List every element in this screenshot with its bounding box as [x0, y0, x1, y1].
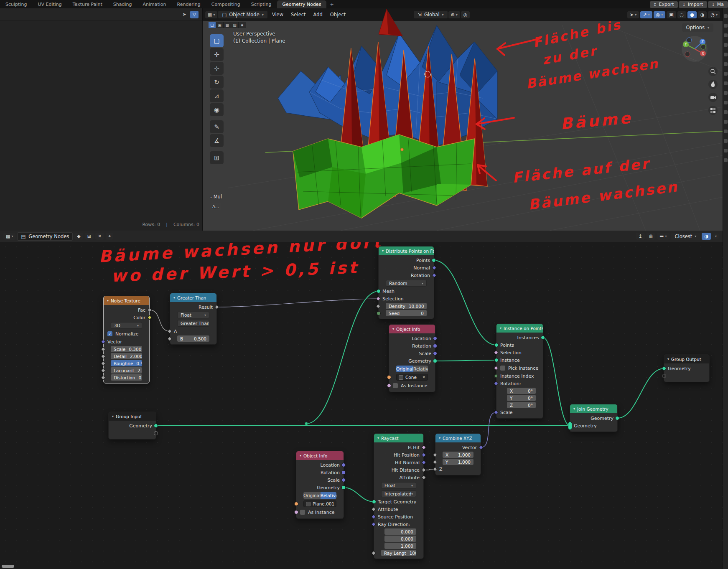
checkbox-asinstance[interactable] [300, 510, 305, 515]
green-plane-object[interactable] [293, 135, 475, 218]
workspace-tab-sculpting[interactable]: Sculpting [0, 0, 32, 8]
new-copy-icon[interactable]: ⊞ [85, 233, 94, 240]
socket-scale-out[interactable] [341, 478, 346, 482]
node-header[interactable]: ▾Instance on Points [496, 324, 543, 333]
fake-user-shield-icon[interactable]: ◆ [74, 233, 83, 240]
orientation-dropdown[interactable]: ⇲ Global ▾ [414, 11, 447, 18]
horizontal-scrollbar[interactable] [2, 565, 14, 568]
select-box-mode-icon[interactable]: ▣ [216, 22, 224, 28]
properties-tab-icon[interactable] [724, 81, 728, 85]
cursor-icon[interactable]: ➤ [180, 11, 188, 18]
annotate-tool[interactable]: ✎ [210, 120, 224, 133]
parent-tree-icon[interactable]: ↥ [636, 233, 645, 240]
filter-funnel-icon[interactable]: ▽ [190, 11, 199, 18]
socket-asinstance-in[interactable] [294, 510, 298, 514]
add-cube-tool[interactable]: ⊞ [210, 151, 224, 164]
value-slider-detail[interactable]: Detail2.000 [111, 353, 142, 359]
checkbox-asinstance[interactable] [393, 383, 398, 388]
clear-object-icon[interactable]: ✕ [422, 375, 425, 379]
node-header[interactable]: ▾Raycast [374, 434, 423, 442]
toggle-option-relative[interactable]: Relative [321, 492, 336, 499]
overlays-toggle[interactable]: ◎▾ [654, 11, 666, 18]
collapse-chevron-icon[interactable]: ▾ [112, 414, 114, 418]
value-slider-rz[interactable]: Z0° [507, 402, 536, 408]
node-join[interactable]: ▾Join GeometryGeometryGeometry [570, 404, 618, 432]
socket-geo-in-in[interactable] [568, 422, 572, 430]
properties-tab-icon[interactable] [724, 130, 728, 133]
reroute-dot[interactable] [305, 422, 308, 425]
collapse-chevron-icon[interactable]: ▾ [392, 327, 394, 331]
socket-object-in[interactable] [387, 375, 391, 379]
properties-tab-icon[interactable] [724, 14, 728, 18]
measure-tool[interactable]: ∡ [210, 134, 224, 147]
cursor-tool[interactable]: ✛ [210, 48, 224, 61]
node-editor-type-button[interactable]: ▩▾ [3, 233, 15, 240]
socket-mesh-in[interactable] [377, 289, 381, 293]
dropdown-dim[interactable]: 3D▾ [111, 322, 142, 329]
select-box-tool[interactable]: ▢ [210, 34, 224, 47]
properties-tab-icon[interactable] [724, 91, 728, 95]
socket-virtual-in[interactable] [662, 374, 666, 378]
socket-geometry-out[interactable] [154, 424, 158, 428]
node-objinfo1[interactable]: ▾Object InfoLocationRotationScaleGeometr… [389, 324, 435, 392]
shading-material-button[interactable]: ◑ [698, 11, 707, 18]
collapse-chevron-icon[interactable]: ▾ [300, 454, 301, 457]
node-header[interactable]: ▾Combine XYZ [435, 434, 481, 442]
properties-tab-icon[interactable] [724, 101, 728, 104]
value-slider-density[interactable]: Density10.000 [386, 303, 427, 309]
import-button[interactable]: ↧Import [679, 1, 707, 8]
node-header[interactable]: ▾Object Info [389, 325, 435, 333]
collapse-chevron-icon[interactable]: ▾ [173, 296, 175, 300]
value-slider-rx[interactable]: X0° [507, 388, 536, 394]
workspace-tab-compositing[interactable]: Compositing [206, 0, 246, 8]
socket-instance-in[interactable] [494, 358, 499, 362]
shading-wireframe-button[interactable]: ◌ [677, 11, 687, 18]
toggle-option-original[interactable]: Original [396, 366, 413, 372]
value-slider-scale[interactable]: Scale0.300 [111, 346, 142, 352]
node-header[interactable]: ▾Group Input [109, 412, 156, 421]
properties-tab-icon[interactable] [724, 43, 728, 47]
value-slider-ry[interactable]: Y0° [507, 395, 536, 401]
xray-toggle[interactable]: ▣ [667, 11, 676, 18]
socket-instances-out[interactable] [541, 335, 545, 340]
dropdown-datatype[interactable]: Float▾ [381, 482, 416, 489]
socket-points-out[interactable] [432, 258, 436, 262]
operator-panel[interactable]: ▾ Mul A... [210, 194, 222, 210]
camera-view-icon[interactable] [708, 93, 718, 102]
add-workspace-button[interactable]: + [326, 0, 337, 8]
properties-tab-icon[interactable] [724, 110, 728, 114]
collapse-chevron-icon[interactable]: ▾ [573, 407, 575, 411]
transform-tool[interactable]: ◉ [210, 103, 224, 116]
socket-rotation-out[interactable] [341, 470, 346, 475]
properties-tab-icon[interactable] [724, 24, 728, 28]
gizmo-neg-y-axis[interactable] [701, 44, 706, 49]
unlink-x-icon[interactable]: ✕ [95, 233, 104, 240]
show-gizmo-dropdown[interactable]: ➤▾ [627, 11, 639, 18]
properties-tab-icon[interactable] [724, 139, 728, 143]
menu-object[interactable]: Object [326, 11, 349, 18]
toggle-option-relative[interactable]: Relative [413, 366, 428, 372]
navigation-gizmo[interactable]: Z Y X [681, 35, 708, 63]
object-field-object[interactable]: Plane.001✕ [303, 500, 336, 507]
proportional-edit-button[interactable]: ◎ [461, 11, 470, 18]
socket-location-out[interactable] [433, 336, 437, 340]
checkbox-pick[interactable] [500, 366, 505, 371]
node-groupout[interactable]: ▾Group OutputGeometry [664, 354, 710, 382]
properties-tab-icon[interactable] [724, 149, 728, 152]
properties-tab-icon[interactable] [724, 53, 728, 56]
value-slider-dx[interactable]: 0.000 [384, 528, 416, 535]
value-slider-dy[interactable]: 0.000 [384, 536, 416, 542]
node-objinfo2[interactable]: ▾Object InfoLocationRotationScaleGeometr… [296, 451, 344, 519]
3d-viewport[interactable]: ▦▾ ▢ Object Mode ▾ ViewSelectAddObject ⇲… [203, 8, 723, 231]
socket-geo-out-out[interactable] [615, 416, 619, 420]
menu-view[interactable]: View [268, 11, 287, 18]
toggle-option-original[interactable]: Original [303, 492, 321, 499]
dropdown-op[interactable]: Greater Than▾ [177, 320, 209, 327]
properties-tab-icon[interactable] [724, 158, 728, 162]
properties-tab-icon[interactable] [724, 72, 728, 76]
shading-rendered-button[interactable]: ◔▾ [708, 11, 720, 18]
ma-button[interactable]: ↧Ma [708, 1, 728, 8]
socket-target-in[interactable] [372, 500, 376, 504]
node-combine[interactable]: ▾Combine XYZVectorX1.000Y1.000Z [435, 433, 481, 475]
node-header[interactable]: ▾Join Geometry [570, 404, 617, 413]
